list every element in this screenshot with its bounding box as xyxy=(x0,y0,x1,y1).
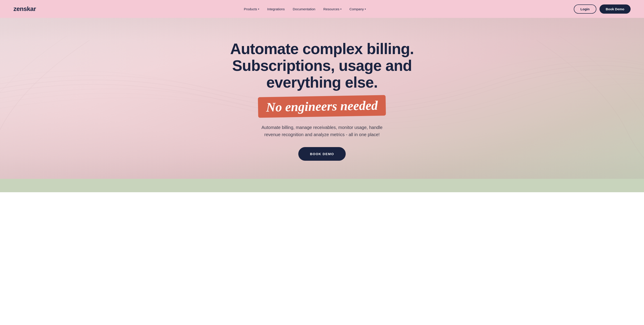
hero-content: Automate complex billing. Subscriptions,… xyxy=(222,40,422,160)
nav-links: Products ▾ Integrations Documentation Re… xyxy=(244,7,366,11)
nav-link-resources[interactable]: Resources ▾ xyxy=(323,7,342,11)
hero-section: Automate complex billing. Subscriptions,… xyxy=(0,18,644,179)
book-demo-hero-button[interactable]: BOOK DEMO xyxy=(298,147,346,161)
nav-link-documentation[interactable]: Documentation xyxy=(293,7,315,11)
brand-logo[interactable]: zenskar xyxy=(14,5,36,12)
login-button[interactable]: Login xyxy=(574,4,596,14)
hero-headline: Automate complex billing. Subscriptions,… xyxy=(222,40,422,90)
nav-link-integrations[interactable]: Integrations xyxy=(267,7,285,11)
nav-link-company[interactable]: Company ▾ xyxy=(350,7,366,11)
chevron-down-icon: ▾ xyxy=(258,8,259,10)
hero-subtext: Automate billing, manage receivables, mo… xyxy=(255,124,389,138)
chevron-down-icon: ▾ xyxy=(340,8,342,10)
nav-link-products[interactable]: Products ▾ xyxy=(244,7,259,11)
nav-actions: Login Book Demo xyxy=(574,4,630,14)
nav-item-documentation[interactable]: Documentation xyxy=(293,7,315,11)
hero-badge: No engineers needed xyxy=(258,95,386,118)
book-demo-nav-button[interactable]: Book Demo xyxy=(600,4,630,14)
navbar: zenskar Products ▾ Integrations Document… xyxy=(0,0,644,18)
nav-item-products[interactable]: Products ▾ xyxy=(244,7,259,11)
footer-strip xyxy=(0,179,644,192)
nav-item-resources[interactable]: Resources ▾ xyxy=(323,7,342,11)
chevron-down-icon: ▾ xyxy=(365,8,366,10)
nav-item-company[interactable]: Company ▾ xyxy=(350,7,366,11)
nav-item-integrations[interactable]: Integrations xyxy=(267,7,285,11)
